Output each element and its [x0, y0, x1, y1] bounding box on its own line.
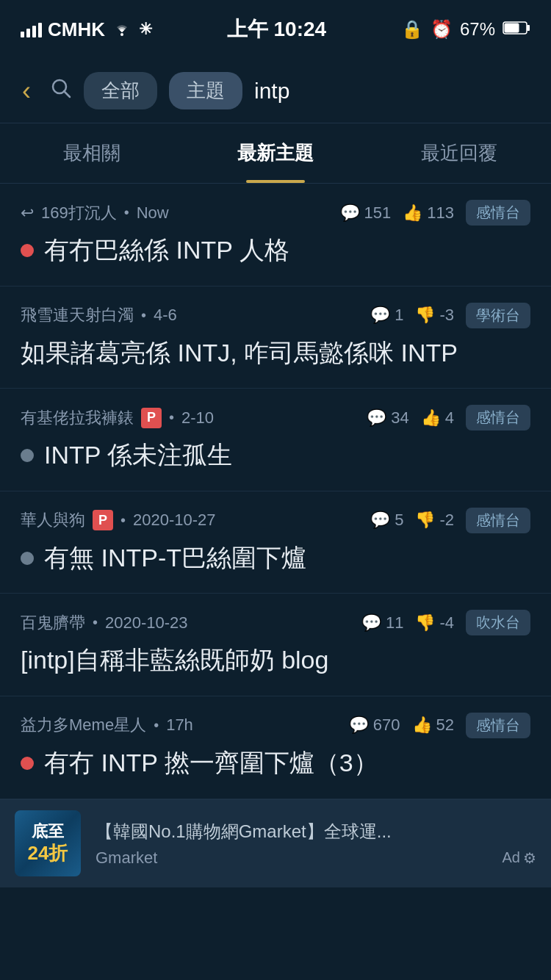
svg-point-0 — [120, 33, 123, 36]
post-date: 4-6 — [154, 306, 177, 325]
post-meta-left: 益力多Meme星人 • 17h — [21, 714, 193, 736]
comment-icon: 💬 — [340, 203, 360, 223]
post-date: 2020-10-23 — [105, 613, 188, 633]
list-item[interactable]: 益力多Meme星人 • 17h 💬 670 👍 52 感情台 有冇 INTP 撚… — [0, 696, 551, 799]
ad-source-name: Gmarket — [96, 849, 157, 868]
category-tag: 吹水台 — [466, 610, 530, 635]
post-meta: 有基佬拉我褲錶 P • 2-10 💬 34 👍 4 感情台 — [21, 405, 530, 430]
status-right-icons: 🔒 ⏰ 67% — [401, 19, 530, 40]
post-title: 如果諸葛亮係 INTJ, 咋司馬懿係咪 INTP — [21, 336, 530, 371]
reply-count: 💬 11 — [361, 613, 403, 633]
search-query-text[interactable]: intp — [254, 79, 536, 104]
like-icon: 👍 — [412, 716, 432, 735]
dislike-count: 👎 -3 — [415, 306, 454, 325]
tab-relevant[interactable]: 最相關 — [0, 123, 184, 183]
svg-line-5 — [64, 91, 70, 97]
ad-banner[interactable]: 底至 24折 【韓國No.1購物網Gmarket】全球運... Gmarket … — [0, 799, 551, 887]
reply-count: 💬 670 — [349, 716, 400, 735]
ad-thumbnail: 底至 24折 — [15, 810, 81, 876]
tab-recent[interactable]: 最近回覆 — [367, 123, 551, 183]
ad-content: 【韓國No.1購物網Gmarket】全球運... Gmarket Ad ⚙ — [96, 819, 536, 868]
status-time: 上午 10:24 — [227, 15, 326, 43]
post-list: ↩ 169打沉人 • Now 💬 151 👍 113 感情台 有冇巴絲係 INT… — [0, 184, 551, 799]
post-meta-left: 飛雪連天射白濁 • 4-6 — [21, 304, 177, 326]
reply-count: 💬 1 — [370, 306, 403, 325]
ad-source-row: Gmarket Ad ⚙ — [96, 849, 536, 868]
post-meta: ↩ 169打沉人 • Now 💬 151 👍 113 感情台 — [21, 200, 530, 226]
list-item[interactable]: 有基佬拉我褲錶 P • 2-10 💬 34 👍 4 感情台 INTP 係未注孤生 — [0, 389, 551, 491]
category-tag: 學術台 — [466, 303, 530, 328]
list-item[interactable]: 華人與狗 P • 2020-10-27 💬 5 👎 -2 感情台 有無 INTP… — [0, 491, 551, 594]
post-title: [intp]自稱非藍絲既師奶 blog — [21, 643, 530, 678]
post-meta: 華人與狗 P • 2020-10-27 💬 5 👎 -2 感情台 — [21, 508, 530, 533]
author-name: 華人與狗 — [21, 509, 85, 531]
post-date: 2020-10-27 — [133, 511, 216, 530]
carrier-name: CMHK — [48, 18, 105, 41]
post-meta-right: 💬 34 👍 4 感情台 — [367, 405, 530, 430]
tag-all[interactable]: 全部 — [84, 72, 157, 109]
category-tag: 感情台 — [466, 713, 530, 738]
author-name: 有基佬拉我褲錶 — [21, 407, 134, 429]
dislike-icon: 👎 — [415, 613, 435, 633]
post-meta-left: 百鬼臍帶 • 2020-10-23 — [21, 612, 188, 634]
tab-latest[interactable]: 最新主題 — [184, 123, 367, 183]
activity-icon: ✳ — [139, 20, 152, 39]
author-name: 百鬼臍帶 — [21, 612, 85, 634]
back-button[interactable]: ‹ — [15, 73, 38, 109]
search-icon — [50, 77, 72, 104]
author-name: 益力多Meme星人 — [21, 714, 146, 736]
post-meta-right: 💬 5 👎 -2 感情台 — [370, 508, 530, 533]
post-meta-left: 有基佬拉我褲錶 P • 2-10 — [21, 407, 214, 429]
reply-count: 💬 151 — [340, 203, 392, 223]
status-dot — [21, 449, 34, 462]
like-icon: 👍 — [403, 203, 422, 223]
post-date: 2-10 — [181, 408, 214, 428]
list-item[interactable]: 飛雪連天射白濁 • 4-6 💬 1 👎 -3 學術台 如果諸葛亮係 INTJ, … — [0, 287, 551, 389]
battery-text: 67% — [460, 19, 495, 40]
post-meta-left: 華人與狗 P • 2020-10-27 — [21, 509, 216, 531]
carrier-info: CMHK ✳ — [21, 18, 152, 41]
svg-rect-3 — [504, 24, 519, 33]
comment-icon: 💬 — [361, 613, 381, 633]
ad-label: Ad ⚙ — [503, 849, 536, 867]
reply-icon: ↩ — [21, 203, 34, 223]
list-item[interactable]: 百鬼臍帶 • 2020-10-23 💬 11 👎 -4 吹水台 [intp]自稱… — [0, 594, 551, 696]
reply-count: 💬 5 — [370, 511, 403, 530]
dislike-icon: 👎 — [415, 306, 435, 325]
tag-topic[interactable]: 主題 — [169, 72, 242, 109]
p-badge: P — [93, 510, 113, 530]
category-tag: 感情台 — [466, 200, 530, 226]
comment-icon: 💬 — [370, 511, 390, 530]
list-item[interactable]: ↩ 169打沉人 • Now 💬 151 👍 113 感情台 有冇巴絲係 INT… — [0, 184, 551, 287]
svg-rect-2 — [527, 25, 530, 31]
status-dot — [21, 552, 34, 565]
comment-icon: 💬 — [367, 408, 386, 428]
post-meta: 益力多Meme星人 • 17h 💬 670 👍 52 感情台 — [21, 713, 530, 738]
ad-settings-icon: ⚙ — [523, 849, 536, 867]
post-meta-right: 💬 670 👍 52 感情台 — [349, 713, 530, 738]
author-name: 飛雪連天射白濁 — [21, 304, 134, 326]
post-meta-right: 💬 151 👍 113 感情台 — [340, 200, 530, 226]
status-bar: CMHK ✳ 上午 10:24 🔒 ⏰ 67% — [0, 0, 551, 59]
like-count: 👍 52 — [412, 716, 454, 735]
dislike-count: 👎 -4 — [415, 613, 454, 633]
like-icon: 👍 — [421, 408, 441, 428]
post-date: 17h — [166, 716, 193, 735]
post-meta-right: 💬 11 👎 -4 吹水台 — [361, 610, 530, 635]
dislike-icon: 👎 — [415, 511, 435, 530]
tabs-bar: 最相關 最新主題 最近回覆 — [0, 123, 551, 184]
search-header: ‹ 全部 主題 intp — [0, 59, 551, 123]
hot-dot — [21, 244, 34, 257]
post-title: 有無 INTP-T巴絲圍下爐 — [21, 541, 530, 576]
ad-title: 【韓國No.1購物網Gmarket】全球運... — [96, 819, 536, 844]
post-meta-right: 💬 1 👎 -3 學術台 — [370, 303, 530, 328]
post-title: 有冇巴絲係 INTP 人格 — [21, 233, 530, 268]
wifi-icon — [111, 18, 133, 41]
like-count: 👍 4 — [421, 408, 454, 428]
post-meta: 百鬼臍帶 • 2020-10-23 💬 11 👎 -4 吹水台 — [21, 610, 530, 635]
reply-count: 💬 34 — [367, 408, 408, 428]
comment-icon: 💬 — [349, 716, 369, 735]
post-title: INTP 係未注孤生 — [21, 438, 530, 473]
dislike-count: 👎 -2 — [415, 511, 454, 530]
author-name: 169打沉人 — [41, 202, 117, 224]
